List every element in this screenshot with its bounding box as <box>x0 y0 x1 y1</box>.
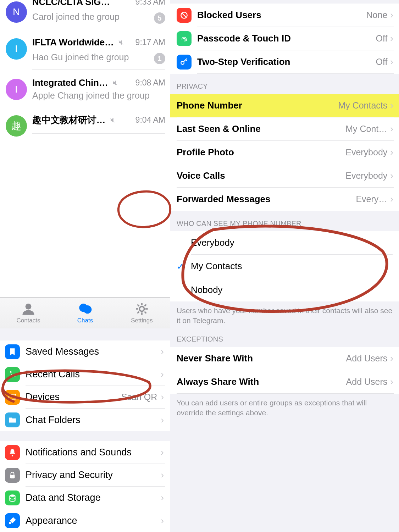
privacy-row-voice-calls[interactable]: Voice Calls Everybody › <box>170 164 399 188</box>
option-label: Nobody <box>191 278 393 301</box>
tab-chats[interactable]: Chats <box>57 302 113 324</box>
muted-icon: 🔇︎ <box>117 38 124 46</box>
block-icon <box>177 8 192 23</box>
security-section: Blocked Users None › Passcode & Touch ID… <box>170 4 399 74</box>
who-option-everybody[interactable]: Everybody <box>170 231 399 255</box>
tab-contacts-label: Contacts <box>16 317 40 324</box>
exception-row-always-share-with[interactable]: Always Share With Add Users › <box>170 370 399 394</box>
settings-row-devices[interactable]: Devices Scan QR › <box>0 386 170 409</box>
bell-icon <box>5 445 20 460</box>
svg-point-0 <box>26 304 32 310</box>
unread-badge: 1 <box>154 53 165 64</box>
folder-icon <box>5 412 20 427</box>
svg-point-21 <box>181 61 184 65</box>
settings-row-saved-messages[interactable]: Saved Messages › <box>0 340 170 363</box>
privacy-section: Phone Number My Contacts › Last Seen & O… <box>170 94 399 211</box>
brush-icon <box>5 513 20 528</box>
db-icon <box>5 491 20 505</box>
settings-row-recent-calls[interactable]: Recent Calls › <box>0 363 170 386</box>
gear-icon <box>135 302 149 316</box>
privacy-row-forwarded-messages[interactable]: Forwarded Messages Every… › <box>170 188 399 211</box>
row-value: Add Users <box>346 353 388 364</box>
row-label: Blocked Users <box>197 10 261 21</box>
chevron-right-icon: › <box>161 346 164 357</box>
avatar: N <box>6 1 27 23</box>
chevron-right-icon: › <box>390 56 393 67</box>
security-row-two-step-verification[interactable]: Two-Step Verification Off › <box>170 50 399 74</box>
settings-row-privacy-and-security[interactable]: Privacy and Security › <box>0 464 170 487</box>
chat-subtitle: Hao Gu joined the group <box>32 52 154 62</box>
svg-point-3 <box>139 306 144 311</box>
muted-icon: 🔇︎ <box>111 79 118 87</box>
phone-icon <box>5 367 20 382</box>
svg-rect-15 <box>10 475 15 478</box>
chevron-right-icon: › <box>390 170 393 181</box>
exceptions-section: Never Share With Add Users › Always Shar… <box>170 347 399 394</box>
settings-row-appearance[interactable]: Appearance › <box>0 509 170 532</box>
row-label: Data and Storage <box>26 492 101 503</box>
row-value: Everybody <box>345 171 387 181</box>
exception-row-never-share-with[interactable]: Never Share With Add Users › <box>170 347 399 370</box>
svg-line-9 <box>144 312 146 314</box>
privacy-row-profile-photo[interactable]: Profile Photo Everybody › <box>170 141 399 164</box>
checkmark-icon: ✓ <box>177 261 191 272</box>
chevron-right-icon: › <box>390 353 393 364</box>
security-row-passcode-touch-id[interactable]: Passcode & Touch ID Off › <box>170 27 399 50</box>
chat-time: 9:17 AM <box>135 38 165 47</box>
chevron-right-icon: › <box>390 147 393 158</box>
row-value: Scan QR <box>121 392 157 402</box>
chevron-right-icon: › <box>390 194 393 205</box>
chat-row[interactable]: 趣 趣中文教材研讨… 🔇︎ 9:04 AM <box>0 111 170 142</box>
chat-title: NCLC/CLTA SIG… <box>32 0 110 7</box>
chevron-right-icon: › <box>390 100 393 111</box>
key-icon <box>177 55 192 70</box>
security-row-blocked-users[interactable]: Blocked Users None › <box>170 4 399 27</box>
chevron-right-icon: › <box>161 392 164 403</box>
row-label: Passcode & Touch ID <box>197 33 291 44</box>
who-section: Everybody ✓ My Contacts Nobody <box>170 231 399 301</box>
muted-icon: 🔇︎ <box>109 116 116 124</box>
exceptions-footer: You can add users or entire groups as ex… <box>170 394 399 425</box>
privacy-row-phone-number[interactable]: Phone Number My Contacts › <box>170 94 399 117</box>
row-label: Chat Folders <box>26 415 81 426</box>
svg-line-8 <box>137 305 139 306</box>
chat-row[interactable]: N NCLC/CLTA SIG… 9:33 AM Carol joined th… <box>0 0 170 34</box>
row-label: Saved Messages <box>26 346 99 357</box>
unread-badge: 5 <box>154 12 165 24</box>
row-label: Privacy and Security <box>26 470 113 481</box>
tab-contacts[interactable]: Contacts <box>0 302 57 324</box>
chat-row[interactable]: I Integrated Chin… 🔇︎ 9:08 AM Apple Chan… <box>0 74 170 111</box>
svg-point-2 <box>83 305 92 314</box>
avatar: 趣 <box>6 115 27 137</box>
settings-row-notifications-and-sounds[interactable]: Notifications and Sounds › <box>0 441 170 464</box>
chat-row[interactable]: I IFLTA Worldwide… 🔇︎ 9:17 AM Hao Gu joi… <box>0 34 170 74</box>
monitor-icon <box>5 390 20 405</box>
settings-row-chat-folders[interactable]: Chat Folders › <box>0 409 170 431</box>
lock-icon <box>5 468 20 483</box>
finger-icon <box>177 31 192 46</box>
svg-rect-12 <box>9 394 16 399</box>
option-label: My Contacts <box>191 255 393 278</box>
avatar: I <box>6 38 27 60</box>
privacy-row-last-seen-online[interactable]: Last Seen & Online My Cont… › <box>170 117 399 141</box>
settings-row-data-and-storage[interactable]: Data and Storage › <box>0 487 170 509</box>
svg-line-19 <box>182 13 187 18</box>
row-value: My Contacts <box>338 100 387 111</box>
svg-point-17 <box>9 522 11 524</box>
chevron-right-icon: › <box>161 515 164 526</box>
chat-title: Integrated Chin… <box>32 77 108 88</box>
avatar: I <box>6 79 27 100</box>
tab-settings[interactable]: Settings <box>113 302 170 324</box>
chevron-right-icon: › <box>161 492 164 503</box>
chevron-right-icon: › <box>390 33 393 44</box>
who-option-nobody[interactable]: Nobody <box>170 278 399 301</box>
chat-title: IFLTA Worldwide… <box>32 37 114 48</box>
row-label: Voice Calls <box>177 170 225 181</box>
svg-line-10 <box>137 312 139 314</box>
chat-list: N NCLC/CLTA SIG… 9:33 AM Carol joined th… <box>0 0 170 142</box>
row-value: None <box>366 10 388 20</box>
row-label: Recent Calls <box>26 369 80 380</box>
chevron-right-icon: › <box>390 10 393 21</box>
row-value: Every… <box>356 194 387 204</box>
who-option-my-contacts[interactable]: ✓ My Contacts <box>170 255 399 278</box>
